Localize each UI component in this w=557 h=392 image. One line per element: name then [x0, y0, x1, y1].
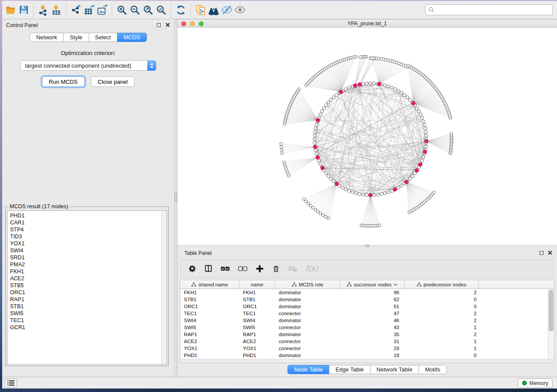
copy-network-icon[interactable]: [194, 3, 207, 17]
toolbar-separator: [33, 3, 34, 17]
mcds-result-item[interactable]: ACE2: [10, 275, 166, 282]
tab-mcds[interactable]: MCDS: [117, 33, 147, 42]
mcds-result-list[interactable]: PHD1CAR1STP4TID3YOX1SWI4SRD1PMA2FKH1ACE2…: [7, 210, 167, 364]
export-table-icon[interactable]: [83, 3, 96, 17]
run-mcds-button[interactable]: Run MCDS: [42, 76, 85, 87]
table-cell: 0: [405, 352, 479, 359]
tab-select[interactable]: Select: [89, 33, 118, 42]
column-header-shared-name[interactable]: shared name: [180, 280, 239, 289]
tab-node-table[interactable]: Node Table: [287, 365, 329, 374]
add-column-icon[interactable]: [256, 265, 264, 273]
mcds-result-item[interactable]: SWI5: [10, 310, 166, 317]
mcds-result-item[interactable]: YOX1: [10, 240, 166, 247]
toolbar-separator: [190, 3, 191, 17]
table-toolbar: f(x): [180, 259, 554, 278]
task-history-button[interactable]: [5, 378, 17, 388]
column-header-name[interactable]: name: [239, 280, 275, 289]
import-network-icon[interactable]: [37, 3, 50, 17]
memory-button[interactable]: Memory: [518, 378, 553, 388]
close-panel-icon[interactable]: [165, 22, 170, 28]
export-network-icon[interactable]: [69, 3, 83, 17]
minimize-window-icon[interactable]: [190, 21, 195, 26]
table-row[interactable]: ORC1ORC1dominator610: [180, 303, 554, 310]
open-file-icon[interactable]: [4, 3, 17, 17]
tab-edge-table[interactable]: Edge Table: [329, 365, 370, 374]
network-titlebar[interactable]: YPA_prune.txt_1: [177, 19, 557, 28]
show-graphics-details-icon[interactable]: [233, 3, 246, 17]
mcds-result-item[interactable]: TID3: [10, 233, 166, 240]
table-cell: dominator: [275, 352, 340, 359]
table-cell: SWI4: [180, 317, 239, 324]
delete-column-icon[interactable]: [272, 265, 280, 273]
export-image-icon[interactable]: [96, 3, 109, 17]
criterion-dropdown[interactable]: largest connected component (undirected): [20, 60, 156, 71]
mcds-result-item[interactable]: GCR1: [10, 324, 166, 331]
table-scrollbar-thumb[interactable]: [549, 290, 554, 331]
table-row[interactable]: SWI5SWI5connector431: [180, 324, 554, 331]
horizontal-splitter-handle[interactable]: [365, 244, 369, 247]
table-cell: ORC1: [180, 303, 239, 310]
toolbar-separator: [66, 3, 66, 17]
tab-network-table[interactable]: Network Table: [370, 365, 419, 374]
zoom-selected-icon[interactable]: [155, 3, 168, 17]
column-header-predecessor-nodes[interactable]: predecessor nodes: [405, 280, 479, 289]
table-row[interactable]: STB1STB1dominator620: [180, 296, 554, 303]
tab-style[interactable]: Style: [63, 33, 89, 42]
main-toolbar: [2, 1, 557, 19]
table-cell: SWI5: [239, 324, 275, 331]
table-row[interactable]: ACE2ACE2connector311: [180, 338, 554, 345]
tab-motifs[interactable]: Motifs: [419, 365, 447, 374]
mcds-result-item[interactable]: STB1: [10, 303, 166, 310]
network-graph[interactable]: [177, 28, 557, 245]
refresh-layout-icon[interactable]: [174, 3, 187, 17]
mcds-result-item[interactable]: PHD1: [10, 212, 166, 219]
vertical-splitter[interactable]: [174, 19, 177, 377]
mcds-result-item[interactable]: ORC1: [10, 289, 166, 296]
table-row[interactable]: SWI4SWI4dominator462: [180, 317, 554, 324]
search-input[interactable]: [425, 4, 553, 15]
table-row[interactable]: RAP1RAP1dominator352: [180, 331, 554, 338]
table-row[interactable]: TEC1TEC1connector472: [180, 310, 554, 317]
network-canvas[interactable]: [177, 28, 557, 247]
mcds-list-scrollbar[interactable]: [161, 211, 166, 364]
select-all-rows-icon[interactable]: [221, 266, 230, 272]
table-row[interactable]: FKH1FKH1dominator962: [180, 289, 554, 296]
desktop-edge-left: [0, 0, 2, 392]
zoom-out-icon[interactable]: [128, 3, 142, 17]
mcds-result-item[interactable]: SRD1: [10, 254, 166, 261]
import-table-icon[interactable]: [50, 3, 63, 17]
mcds-result-item[interactable]: PMA2: [10, 261, 166, 268]
table-row[interactable]: PHD1PHD1dominator180: [180, 352, 554, 359]
first-neighbors-icon[interactable]: [207, 3, 220, 17]
deselect-all-rows-icon[interactable]: [238, 266, 247, 272]
mcds-result-item[interactable]: STP4: [10, 226, 166, 233]
mcds-result-item[interactable]: SWI4: [10, 247, 166, 254]
table-vertical-scrollbar[interactable]: [548, 289, 554, 359]
toggle-columns-icon[interactable]: [204, 265, 212, 272]
maximize-window-icon[interactable]: [199, 21, 204, 26]
zoom-in-icon[interactable]: [115, 3, 128, 17]
tab-network[interactable]: Network: [30, 33, 64, 42]
table-settings-gear-icon[interactable]: [188, 265, 196, 272]
hide-selected-icon[interactable]: [220, 3, 233, 17]
float-table-panel-icon[interactable]: [539, 250, 544, 255]
table-cell: SWI5: [180, 324, 239, 331]
close-window-icon[interactable]: [181, 21, 186, 26]
mcds-result-item[interactable]: STB5: [10, 282, 166, 289]
table-row[interactable]: YOX1YOX1connector291: [180, 345, 554, 352]
mcds-result-item[interactable]: CAR1: [10, 219, 166, 226]
column-header-mcds-role[interactable]: MCDS role: [275, 280, 340, 289]
task-list-icon: [7, 380, 14, 386]
mcds-result-title: MCDS result (17 nodes): [8, 203, 69, 210]
save-session-icon[interactable]: [17, 3, 30, 17]
vertical-splitter-handle[interactable]: [175, 192, 177, 202]
column-header-successor-nodes[interactable]: successor nodes: [340, 280, 405, 289]
mcds-result-item[interactable]: FKH1: [10, 268, 166, 275]
close-panel-button[interactable]: Close panel: [91, 76, 135, 87]
float-panel-icon[interactable]: [156, 22, 161, 28]
zoom-fit-icon[interactable]: [142, 3, 155, 17]
table-horizontal-scrollbar[interactable]: [180, 359, 554, 363]
close-table-panel-icon[interactable]: [547, 250, 553, 255]
mcds-result-item[interactable]: RAP1: [10, 296, 166, 303]
mcds-result-item[interactable]: TEC1: [10, 317, 166, 324]
